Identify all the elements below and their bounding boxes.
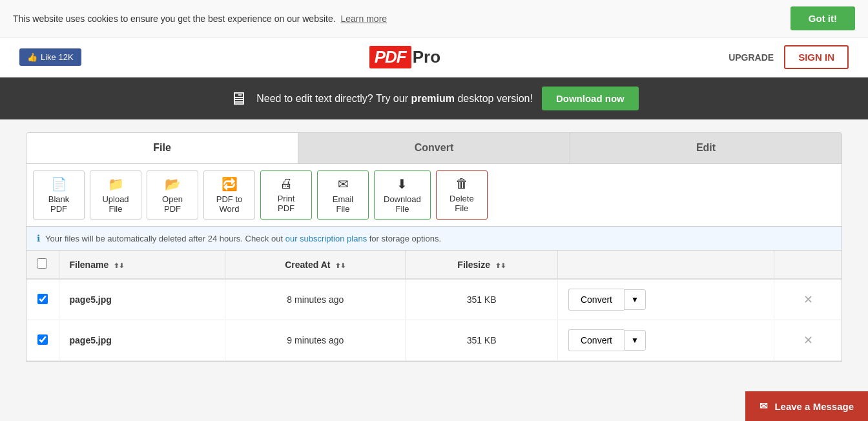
- row2-filesize: 351 KB: [406, 320, 558, 361]
- logo: PDF Pro: [369, 46, 440, 68]
- email-icon: ✉: [338, 176, 349, 192]
- download-file-button[interactable]: ⬇ DownloadFile: [374, 170, 431, 220]
- row1-delete-cell: ✕: [774, 279, 842, 320]
- row1-convert-group: Convert ▼: [568, 289, 763, 311]
- row2-created-at: 9 minutes ago: [225, 320, 406, 361]
- row2-delete-button[interactable]: ✕: [803, 333, 813, 347]
- promo-text-bold: premium: [411, 93, 455, 104]
- filename-sort-icon: ⬆⬇: [114, 262, 124, 269]
- info-bar: ℹ Your files will be automatically delet…: [26, 227, 842, 251]
- promo-banner: 🖥 Need to edit text directly? Try our pr…: [0, 77, 868, 119]
- cookie-text: This website uses cookies to ensure you …: [13, 14, 387, 24]
- cookie-message-text: This website uses cookies to ensure you …: [13, 14, 336, 24]
- row1-convert-dropdown[interactable]: ▼: [624, 289, 646, 310]
- like-count: Like 12K: [41, 52, 74, 62]
- like-button[interactable]: 👍 Like 12K: [19, 48, 81, 66]
- file-table: Filename ⬆⬇ Created At ⬆⬇ Filesize ⬆⬇: [26, 251, 842, 361]
- row1-action: Convert ▼: [557, 279, 774, 320]
- thumbs-up-icon: 👍: [27, 52, 37, 62]
- table-row: page5.jpg 9 minutes ago 351 KB Convert ▼…: [26, 320, 842, 361]
- promo-text-after: desktop version!: [455, 93, 533, 104]
- tab-file[interactable]: File: [26, 133, 298, 163]
- blank-pdf-button[interactable]: 📄 BlankPDF: [33, 170, 85, 220]
- monitor-icon: 🖥: [229, 88, 247, 109]
- filename-header[interactable]: Filename ⬆⬇: [59, 251, 225, 279]
- select-all-header: [26, 251, 59, 279]
- row1-delete-button[interactable]: ✕: [803, 293, 813, 307]
- print-icon: 🖨: [280, 176, 293, 191]
- row2-filename: page5.jpg: [59, 320, 225, 361]
- upload-icon: 📁: [108, 176, 124, 192]
- promo-text-before: Need to edit text directly? Try our: [256, 93, 411, 104]
- toolbar: 📄 BlankPDF 📁 UploadFile 📂 OpenPDF 🔁 PDF …: [26, 164, 842, 227]
- header-actions: UPGRADE SIGN IN: [728, 45, 849, 69]
- open-pdf-button[interactable]: 📂 OpenPDF: [147, 170, 198, 220]
- file-table-wrapper: Filename ⬆⬇ Created At ⬆⬇ Filesize ⬆⬇: [26, 251, 842, 362]
- trash-icon: 🗑: [455, 176, 468, 191]
- tabs: File Convert Edit: [26, 132, 842, 164]
- created-at-header[interactable]: Created At ⬆⬇: [225, 251, 406, 279]
- info-icon: ℹ: [37, 233, 40, 243]
- tab-convert[interactable]: Convert: [298, 133, 570, 163]
- blank-pdf-icon: 📄: [51, 176, 67, 192]
- print-pdf-button[interactable]: 🖨 PrintPDF: [260, 170, 312, 220]
- upgrade-link[interactable]: UPGRADE: [728, 52, 774, 63]
- action-header: [557, 251, 774, 279]
- main-content: File Convert Edit 📄 BlankPDF 📁 UploadFil…: [0, 119, 868, 375]
- promo-text: Need to edit text directly? Try our prem…: [256, 93, 533, 105]
- open-pdf-icon: 📂: [165, 176, 181, 192]
- select-all-checkbox[interactable]: [37, 258, 47, 269]
- subscription-plans-link[interactable]: our subscription plans: [285, 234, 367, 243]
- tab-edit[interactable]: Edit: [570, 133, 842, 163]
- row1-created-at: 8 minutes ago: [225, 279, 406, 320]
- upload-file-button[interactable]: 📁 UploadFile: [90, 170, 141, 220]
- row1-filesize: 351 KB: [406, 279, 558, 320]
- logo-pdf: PDF: [369, 46, 411, 68]
- row1-convert-button[interactable]: Convert: [568, 289, 624, 311]
- row2-convert-group: Convert ▼: [568, 329, 763, 351]
- pdf-to-word-icon: 🔁: [222, 176, 238, 192]
- table-row: page5.jpg 8 minutes ago 351 KB Convert ▼…: [26, 279, 842, 320]
- row1-filename: page5.jpg: [59, 279, 225, 320]
- row1-checkbox[interactable]: [37, 294, 48, 304]
- delete-file-button[interactable]: 🗑 DeleteFile: [436, 170, 488, 220]
- row2-checkbox[interactable]: [37, 334, 48, 345]
- cookie-learn-more-link[interactable]: Learn more: [341, 14, 388, 24]
- chevron-down-icon: ▼: [631, 295, 639, 304]
- filesize-header[interactable]: Filesize ⬆⬇: [406, 251, 558, 279]
- row2-delete-cell: ✕: [774, 320, 842, 361]
- created-at-sort-icon: ⬆⬇: [335, 262, 346, 269]
- cookie-got-it-button[interactable]: Got it!: [790, 6, 855, 30]
- sign-in-button[interactable]: SIGN IN: [784, 45, 849, 69]
- email-file-button[interactable]: ✉ EmailFile: [317, 170, 369, 220]
- logo-pro: Pro: [413, 47, 440, 67]
- header: 👍 Like 12K PDF Pro UPGRADE SIGN IN: [0, 37, 868, 77]
- download-icon: ⬇: [397, 176, 408, 192]
- delete-header: [774, 251, 842, 279]
- chevron-down-icon: ▼: [631, 336, 639, 345]
- download-now-button[interactable]: Download now: [542, 87, 639, 110]
- row2-checkbox-cell: [26, 320, 59, 361]
- row1-checkbox-cell: [26, 279, 59, 320]
- info-text: Your files will be automatically deleted…: [45, 234, 441, 243]
- pdf-to-word-button[interactable]: 🔁 PDF toWord: [203, 170, 255, 220]
- cookie-banner: This website uses cookies to ensure you …: [0, 0, 868, 37]
- row2-convert-button[interactable]: Convert: [568, 329, 624, 351]
- row2-action: Convert ▼: [557, 320, 774, 361]
- row2-convert-dropdown[interactable]: ▼: [624, 330, 646, 351]
- filesize-sort-icon: ⬆⬇: [495, 262, 506, 269]
